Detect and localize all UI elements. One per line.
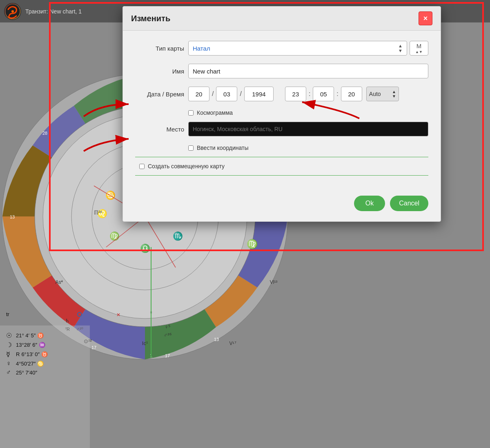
chart-type-select[interactable]: Натал ▲▼ (188, 41, 407, 56)
place-label: Место (135, 126, 184, 133)
modal-dialog: Изменить × Тип карты Натал ▲▼ М ▲▼ (122, 6, 441, 222)
minute-field[interactable]: 05 (313, 87, 334, 101)
chart-type-label: Тип карты (135, 45, 184, 52)
place-input[interactable]: Ногинск, Московская область, RU (188, 122, 428, 136)
auto-label: Auto (369, 91, 381, 97)
datetime-label: Дата / Время (135, 91, 184, 98)
combined-map-row: Создать совмещенную карту (139, 163, 428, 169)
modal-header: Изменить × (123, 7, 441, 31)
combined-map-checkbox[interactable] (139, 164, 145, 169)
coords-row: Ввести координаты (188, 145, 428, 151)
modal-body: Тип карты Натал ▲▼ М ▲▼ Имя (123, 31, 441, 192)
datetime-row: Дата / Время 20 / 03 / 1994 23 : 05 : 20… (135, 87, 428, 101)
time-sep-1: : (308, 90, 311, 98)
chart-type-spinner-arrows: ▲▼ (398, 43, 403, 53)
gender-arrows: ▲▼ (415, 50, 423, 54)
day-field[interactable]: 20 (188, 87, 209, 101)
chart-type-row: Тип карты Натал ▲▼ М ▲▼ (135, 41, 428, 56)
name-row: Имя (135, 64, 428, 78)
cancel-button[interactable]: Cancel (390, 196, 428, 211)
datetime-controls: 20 / 03 / 1994 23 : 05 : 20 Auto ▲▼ (188, 87, 399, 101)
modal-overlay: Изменить × Тип карты Натал ▲▼ М ▲▼ (0, 0, 490, 448)
date-sep-1: / (211, 90, 214, 98)
gender-spinner[interactable]: М ▲▼ (410, 41, 428, 56)
place-row: Место Ногинск, Московская область, RU (135, 122, 428, 136)
kosmogram-checkbox[interactable] (188, 110, 194, 116)
divider-2 (135, 175, 428, 176)
ok-button[interactable]: Ok (354, 196, 385, 211)
chart-type-value: Натал (193, 45, 210, 52)
date-sep-2: / (239, 90, 242, 98)
modal-close-button[interactable]: × (419, 11, 432, 25)
place-value: Ногинск, Московская область, RU (193, 126, 283, 132)
time-sep-2: : (336, 90, 339, 98)
coords-checkbox[interactable] (188, 145, 194, 151)
combined-map-label: Создать совмещенную карту (148, 163, 225, 169)
second-field[interactable]: 20 (341, 87, 362, 101)
modal-footer: Ok Cancel (123, 192, 441, 221)
year-field[interactable]: 1994 (244, 87, 274, 101)
hour-field[interactable]: 23 (285, 87, 306, 101)
kosmogram-label: Космограмма (197, 109, 233, 116)
name-input[interactable] (188, 64, 428, 78)
name-label: Имя (135, 68, 184, 75)
coords-label: Ввести координаты (197, 145, 249, 151)
divider-1 (135, 157, 428, 157)
month-field[interactable]: 03 (216, 87, 237, 101)
kosmogram-row: Космограмма (188, 109, 428, 116)
auto-select[interactable]: Auto ▲▼ (366, 87, 399, 101)
modal-title: Изменить (131, 14, 170, 23)
auto-arrows: ▲▼ (392, 89, 396, 98)
gender-value: М (416, 42, 422, 49)
chart-type-controls: Натал ▲▼ М ▲▼ (188, 41, 428, 56)
